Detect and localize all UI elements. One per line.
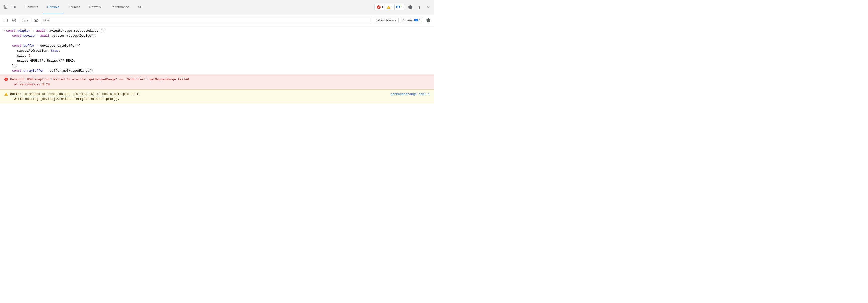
toggle-sidebar-button[interactable] (2, 17, 9, 24)
error-message: Uncaught DOMException: Failed to execute… (10, 77, 189, 87)
tab-elements[interactable]: Elements (20, 0, 43, 14)
svg-text:💬: 💬 (397, 6, 399, 8)
warn-block: ! Buffer is mapped at creation but its s… (0, 89, 434, 104)
console-gear-icon (426, 18, 431, 23)
expand-arrow[interactable]: ▶ (3, 28, 5, 32)
warn-triangle-icon: ! (386, 5, 391, 9)
warn-badge: ! 1 (386, 5, 393, 9)
second-toolbar: top ▾ Default levels ▾ 1 Issue: ≡ 1 (0, 14, 434, 26)
code-line-1: ▶ const adapter = await navigator.gpu.re… (8, 28, 430, 33)
live-expressions-button[interactable] (33, 17, 40, 24)
code-block: ▶ const adapter = await navigator.gpu.re… (0, 26, 434, 75)
tab-list: Elements Console Sources Network Perform… (20, 0, 147, 14)
code-line-2: const device = await adapter.requestDevi… (12, 33, 430, 38)
info-badge: 💬 1 (396, 5, 403, 9)
error-icon: ✕ (4, 77, 8, 81)
tab-sources[interactable]: Sources (64, 0, 85, 14)
error-badge: ✕ 1 (377, 5, 383, 9)
svg-rect-3 (14, 6, 15, 8)
svg-text:≡: ≡ (416, 19, 417, 21)
console-content: ▶ const adapter = await navigator.gpu.re… (0, 26, 434, 152)
inspect-element-button[interactable] (2, 3, 9, 10)
filter-input[interactable] (41, 17, 371, 24)
settings-button[interactable] (407, 3, 414, 10)
more-options-button[interactable]: ⋮ (416, 3, 423, 10)
info-chat-icon: 💬 (396, 5, 400, 9)
code-line-3: const buffer = device.createBuffer({ (12, 43, 430, 48)
badge-divider-2 (394, 5, 395, 9)
device-toolbar-button[interactable] (10, 3, 17, 10)
warn-icon: ! (4, 92, 8, 96)
eye-icon (34, 18, 38, 22)
chevron-down-icon: ▾ (27, 19, 28, 22)
badge-divider-1 (385, 5, 385, 9)
code-line-6: usage: GPUBufferUsage.MAP_READ, (17, 59, 430, 63)
issue-button[interactable]: 1 Issue: ≡ 1 (400, 18, 424, 23)
svg-point-14 (35, 20, 37, 21)
close-button[interactable]: ✕ (425, 3, 432, 10)
svg-rect-10 (4, 19, 7, 22)
error-block: ✕ Uncaught DOMException: Failed to execu… (0, 75, 434, 89)
warn-message: Buffer is mapped at creation but its siz… (10, 92, 388, 102)
tab-console[interactable]: Console (43, 0, 64, 14)
badge-group[interactable]: ✕ 1 ! 1 💬 1 (374, 4, 405, 10)
toolbar-right: ✕ 1 ! 1 💬 1 (374, 3, 432, 10)
context-selector[interactable]: top ▾ (19, 18, 31, 23)
svg-text:✕: ✕ (378, 6, 380, 8)
code-line-7: }); (12, 63, 430, 68)
error-circle-icon: ✕ (377, 5, 381, 9)
tab-network[interactable]: Network (85, 0, 106, 14)
svg-text:!: ! (5, 94, 6, 96)
toolbar-icons (2, 3, 17, 10)
console-settings-button[interactable] (425, 17, 432, 24)
default-levels-button[interactable]: Default levels ▾ (373, 18, 399, 23)
code-line-8: const arrayBuffer = buffer.getMappedRang… (12, 68, 430, 73)
tab-performance[interactable]: Performance (106, 0, 133, 14)
svg-rect-1 (5, 7, 7, 8)
warn-source-link[interactable]: getmappedrange.html:1 (390, 92, 430, 97)
clear-icon (12, 18, 16, 22)
svg-rect-2 (12, 6, 14, 8)
code-line-5: size: 6, (17, 54, 430, 59)
top-toolbar: Elements Console Sources Network Perform… (0, 0, 434, 14)
tab-more[interactable]: >> (134, 0, 147, 14)
code-line-4: mappedAtCreation: true, (17, 48, 430, 54)
svg-text:!: ! (388, 6, 389, 9)
clear-console-button[interactable] (10, 17, 18, 24)
gear-icon (408, 5, 413, 9)
levels-chevron-icon: ▾ (395, 19, 396, 22)
issue-chat-icon: ≡ (414, 19, 418, 22)
svg-rect-0 (4, 5, 5, 6)
svg-text:✕: ✕ (5, 78, 7, 81)
sidebar-toggle-icon (3, 18, 7, 22)
